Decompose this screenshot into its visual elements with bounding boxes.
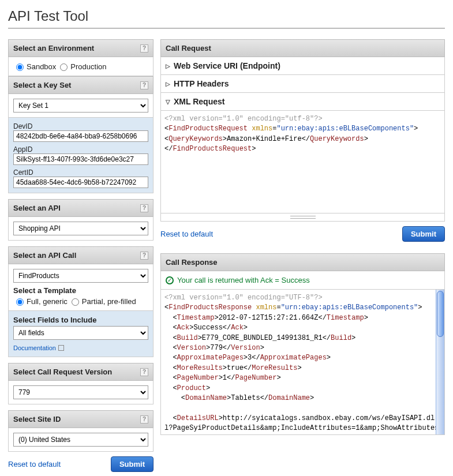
xml-tag: Build xyxy=(177,334,198,342)
call-header: Select an API Call ? xyxy=(8,246,154,264)
headers-row[interactable]: ▷ HTTP Headers xyxy=(160,75,445,93)
fields-select[interactable]: All fields xyxy=(13,326,148,340)
env-header: Select an Environment ? xyxy=(8,39,154,57)
xml-tag: Build xyxy=(331,334,351,342)
xml-tag: DetailsURL xyxy=(177,414,219,422)
devid-label: DevID xyxy=(13,122,148,130)
certid-label: CertID xyxy=(13,168,148,177)
site-body: (0) United States xyxy=(8,428,154,452)
radio-production-label: Production xyxy=(70,62,106,71)
help-icon[interactable]: ? xyxy=(140,44,148,53)
fields-body: Select Fields to Include All fields Docu… xyxy=(8,311,154,357)
version-body: 779 xyxy=(8,381,154,404)
site-header-label: Select Site ID xyxy=(13,415,61,423)
help-icon[interactable]: ? xyxy=(140,81,148,89)
help-icon[interactable]: ? xyxy=(140,204,148,212)
xml-tag: FindProductsRequest xyxy=(173,145,252,153)
xml-tag: FindProductsRequest xyxy=(169,125,248,133)
xml-text: E779_CORE_BUNDLED_14991381_R1 xyxy=(202,334,323,342)
xml-val: "urn:ebay:apis:eBLBaseComponents" xyxy=(276,125,414,133)
env-header-label: Select an Environment xyxy=(13,44,94,53)
appid-input[interactable] xyxy=(13,153,148,165)
resize-handle[interactable] xyxy=(160,213,445,222)
xml-val: "urn:ebay:apis:eBLBaseComponents" xyxy=(281,303,418,312)
xml-tag: ApproximatePages xyxy=(260,354,327,362)
call-select[interactable]: FindProducts xyxy=(13,269,148,283)
radio-sandbox-label: Sandbox xyxy=(27,62,56,71)
radio-full-input[interactable] xyxy=(16,298,24,306)
version-select[interactable]: 779 xyxy=(13,385,148,399)
xml-response-viewer[interactable]: <?xml version="1.0" encoding="UTF-8"?> <… xyxy=(160,290,445,435)
radio-partial-label: Partial, pre-filled xyxy=(82,297,136,306)
call-response-label: Call Response xyxy=(166,258,218,267)
xml-tag: QueryKeywords xyxy=(310,135,364,143)
xml-decl: <?xml version="1.0" encoding="utf-8"?> xyxy=(164,115,323,123)
help-icon[interactable]: ? xyxy=(140,252,148,260)
xml-tag: ApproximatePages xyxy=(177,354,244,362)
documentation-label: Documentation xyxy=(13,344,56,351)
radio-sandbox[interactable]: Sandbox xyxy=(13,62,56,71)
help-icon[interactable]: ? xyxy=(140,368,148,376)
xml-request-row[interactable]: ▽ XML Request xyxy=(160,93,445,111)
xml-tag: FindProductsResponse xyxy=(169,303,252,312)
triangle-right-icon: ▷ xyxy=(166,63,170,69)
devid-input[interactable] xyxy=(13,130,148,142)
certid-input[interactable] xyxy=(13,177,148,188)
call-header-label: Select an API Call xyxy=(13,251,76,260)
api-select[interactable]: Shopping API xyxy=(13,222,148,235)
xml-tag: Ack xyxy=(177,324,190,332)
scrollbar[interactable] xyxy=(436,290,444,434)
xml-text: 2012-07-12T15:27:21.664Z xyxy=(219,314,319,322)
xml-tag: DomainName xyxy=(185,394,227,402)
xml-request-editor[interactable]: <?xml version="1.0" encoding="utf-8"?> <… xyxy=(160,111,445,213)
keyset-header: Select a Key Set ? xyxy=(8,76,154,94)
xml-decl: <?xml version="1.0" encoding="UTF-8"?> xyxy=(164,294,323,302)
radio-production-input[interactable] xyxy=(60,63,68,71)
xml-text: Success xyxy=(193,324,222,332)
radio-full[interactable]: Full, generic xyxy=(13,297,68,306)
help-icon[interactable]: ? xyxy=(140,415,148,423)
xml-tag: Version xyxy=(177,344,206,352)
xml-tag: Timestamp xyxy=(327,314,364,322)
xml-text: 1 xyxy=(223,374,227,382)
divider xyxy=(8,28,445,29)
xml-tag: MoreResults xyxy=(252,364,297,372)
right-submit-button[interactable]: Submit xyxy=(402,226,445,242)
response-status: ✓ Your call is returned with Ack = Succe… xyxy=(160,271,445,290)
site-select[interactable]: (0) United States xyxy=(13,433,148,447)
radio-partial-input[interactable] xyxy=(72,298,79,306)
radio-sandbox-input[interactable] xyxy=(16,63,24,71)
keyset-body: Key Set 1 xyxy=(8,94,154,118)
endpoint-row[interactable]: ▷ Web Service URI (Endpoint) xyxy=(160,57,445,75)
site-header: Select Site ID ? xyxy=(8,410,154,428)
left-panel: Select an Environment ? Sandbox Producti… xyxy=(8,39,154,472)
radio-partial[interactable]: Partial, pre-filled xyxy=(69,297,136,306)
appid-label: AppID xyxy=(13,145,148,153)
xml-tag: Timestamp xyxy=(177,314,215,322)
xml-tag: QueryKeywords xyxy=(169,135,223,143)
radio-production[interactable]: Production xyxy=(57,62,106,71)
documentation-link[interactable]: Documentation xyxy=(13,344,64,351)
xml-tag: Product xyxy=(177,384,206,392)
response-status-text: Your call is returned with Ack = Success xyxy=(177,276,310,284)
page-title: API Test Tool xyxy=(8,8,445,24)
left-reset-link[interactable]: Reset to default xyxy=(8,460,61,468)
check-icon: ✓ xyxy=(166,276,174,284)
call-request-label: Call Request xyxy=(166,44,211,53)
xml-tag: DomainName xyxy=(268,394,310,402)
xml-attr: xmlns xyxy=(256,303,276,312)
fields-header: Select Fields to Include xyxy=(13,316,148,324)
call-body: FindProducts Select a Template Full, gen… xyxy=(8,264,154,311)
template-header: Select a Template xyxy=(13,286,148,295)
endpoint-label: Web Service URI (Endpoint) xyxy=(174,61,280,70)
api-header-label: Select an API xyxy=(13,204,61,212)
xml-text: 779 xyxy=(210,344,223,352)
xml-tag: PageNumber xyxy=(235,374,276,382)
scroll-thumb[interactable] xyxy=(437,291,444,337)
xml-tag: MoreResults xyxy=(177,364,223,372)
keyset-select[interactable]: Key Set 1 xyxy=(13,99,148,113)
left-submit-button[interactable]: Submit xyxy=(111,456,154,472)
keyset-header-label: Select a Key Set xyxy=(13,81,71,89)
triangle-right-icon: ▷ xyxy=(166,81,170,87)
right-reset-link[interactable]: Reset to default xyxy=(160,230,213,238)
